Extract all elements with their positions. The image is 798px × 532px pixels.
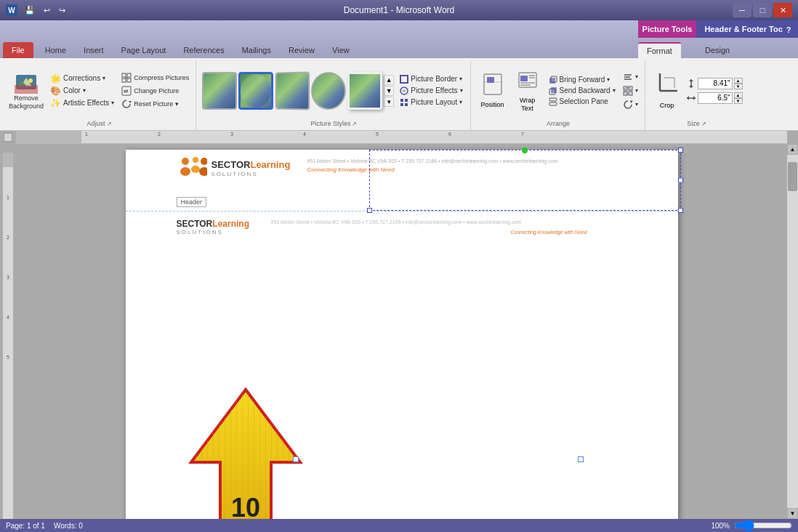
ruler-mark-7: 7 — [521, 132, 524, 137]
remove-background-button[interactable]: RemoveBackground — [7, 69, 45, 112]
zoom-slider[interactable] — [734, 522, 792, 529]
tab-mailings[interactable]: Mailings — [233, 42, 280, 58]
height-spin-down[interactable]: ▼ — [734, 84, 743, 89]
color-button[interactable]: 🎨 Color ▾ — [48, 85, 116, 97]
help-button[interactable]: ? — [782, 23, 795, 36]
tab-format[interactable]: Format — [638, 42, 681, 58]
tab-home[interactable]: Home — [36, 42, 75, 58]
width-input[interactable] — [698, 92, 733, 104]
document-viewport[interactable]: Header SECTORLearni — [16, 144, 787, 519]
size-group-label: Size ↗ — [651, 118, 743, 130]
handle-rotate — [522, 148, 528, 153]
crop-button[interactable]: Crop — [651, 69, 683, 112]
pic-scroll-up[interactable]: ▲ — [384, 75, 394, 85]
vertical-scrollbar[interactable]: ▲ ▼ — [787, 144, 798, 519]
select-all-button[interactable] — [4, 133, 12, 142]
svg-rect-19 — [405, 103, 408, 106]
tab-design[interactable]: Design — [696, 42, 738, 58]
height-spin-up[interactable]: ▲ — [734, 78, 743, 84]
header-contact-text: 951 Alston Street • Victoria BC V9A 3S5 … — [307, 158, 664, 164]
pic-style-1[interactable] — [202, 72, 237, 110]
bring-forward-label: Bring Forward — [560, 76, 605, 84]
pic-style-5[interactable] — [347, 72, 382, 110]
rotate-arrow: ▾ — [635, 101, 638, 108]
tab-view[interactable]: View — [323, 42, 358, 58]
position-button[interactable]: Position — [477, 70, 509, 112]
wrap-text-label: WrapText — [520, 97, 535, 113]
pic-scroll-down[interactable]: ▼ — [384, 86, 394, 96]
wrap-text-icon — [517, 68, 538, 96]
wrap-text-button[interactable]: WrapText — [512, 65, 544, 116]
picture-styles-content: ▲ ▼ ▾ Picture Border ▾ Picture Effects ▾ — [202, 63, 465, 118]
handle-bottom-right-obj — [578, 456, 584, 462]
scroll-thumb[interactable] — [788, 162, 797, 191]
width-spin-up[interactable]: ▲ — [734, 92, 743, 98]
tab-review[interactable]: Review — [280, 42, 323, 58]
maximize-button[interactable]: □ — [753, 3, 772, 17]
pic-style-3[interactable] — [275, 71, 310, 110]
picture-styles-expand[interactable]: ↗ — [352, 121, 357, 127]
compress-change-buttons: Compress Pictures ⇄ Change Picture Reset… — [119, 72, 191, 110]
send-backward-button[interactable]: Send Backward ▾ — [547, 86, 618, 96]
tab-insert[interactable]: Insert — [75, 42, 113, 58]
body-contact: 951 Alston Street • Victoria BC V9A 3S5 … — [271, 219, 664, 225]
size-group-expand[interactable]: ↗ — [701, 121, 706, 127]
color-icon: 🎨 — [50, 86, 61, 96]
width-spin-down[interactable]: ▼ — [734, 98, 743, 104]
picture-border-button[interactable]: Picture Border ▾ — [397, 74, 465, 84]
svg-rect-14 — [400, 76, 408, 83]
pic-style-2[interactable] — [238, 72, 273, 110]
tab-references[interactable]: References — [174, 42, 233, 58]
compress-pictures-button[interactable]: Compress Pictures — [119, 72, 191, 84]
align-button[interactable]: ▾ — [621, 71, 640, 83]
group-button[interactable]: ▾ — [621, 85, 640, 97]
tab-page-layout[interactable]: Page Layout — [113, 42, 175, 58]
crop-label: Crop — [660, 102, 674, 109]
change-picture-label: Change Picture — [134, 87, 179, 94]
v-ruler-2: 2 — [7, 235, 9, 240]
scroll-down-button[interactable]: ▼ — [787, 508, 798, 519]
header-logo: SECTORLearning SOLUTIONS — [177, 156, 291, 182]
artistic-effects-button[interactable]: ✨ Artistic Effects ▾ — [48, 97, 116, 109]
change-picture-button[interactable]: ⇄ Change Picture — [119, 85, 191, 97]
undo-qa-button[interactable]: ↩ — [41, 4, 53, 17]
svg-marker-44 — [630, 100, 633, 103]
pic-style-4[interactable] — [311, 72, 346, 110]
close-button[interactable]: ✕ — [773, 3, 792, 17]
v-ruler-1: 1 — [7, 195, 9, 200]
picture-border-label: Picture Border — [411, 75, 457, 83]
ruler-mark-4: 4 — [303, 132, 306, 137]
ruler-mark-1: 1 — [85, 132, 88, 137]
minimize-button[interactable]: ─ — [733, 3, 751, 17]
bring-forward-button[interactable]: Bring Forward ▾ — [547, 75, 618, 85]
arrow-shape[interactable]: 10 — [184, 382, 307, 519]
redo-qa-button[interactable]: ↪ — [56, 4, 68, 17]
handle-bot-right — [678, 208, 683, 213]
ruler-mark-6: 6 — [448, 132, 451, 137]
picture-effects-button[interactable]: Picture Effects ▾ — [397, 86, 465, 96]
pic-scroll-more[interactable]: ▾ — [384, 97, 394, 107]
reset-picture-button[interactable]: Reset Picture ▾ — [119, 98, 191, 110]
ribbon-group-adjust: RemoveBackground 🌟 Corrections ▾ 🎨 Color… — [3, 61, 196, 130]
svg-marker-53 — [687, 96, 689, 100]
selection-pane-label: Selection Pane — [560, 97, 608, 105]
picture-layout-buttons: Picture Border ▾ Picture Effects ▾ Pictu… — [397, 74, 465, 108]
corrections-button[interactable]: 🌟 Corrections ▾ — [48, 73, 116, 84]
adjust-group-label: Adjust ↗ — [7, 118, 191, 130]
status-right: 100% — [711, 522, 792, 530]
compress-icon — [121, 73, 132, 83]
selection-pane-button[interactable]: Selection Pane — [547, 97, 618, 107]
save-qa-button[interactable]: 💾 — [22, 4, 38, 17]
adjust-group-expand[interactable]: ↗ — [107, 121, 112, 127]
title-bar: W 💾 ↩ ↪ Document1 - Microsoft Word ─ □ ✕ — [0, 0, 798, 20]
tab-file[interactable]: File — [3, 42, 33, 58]
selection-pane-icon — [549, 97, 557, 106]
svg-point-55 — [182, 158, 189, 165]
rotate-button[interactable]: ▾ — [621, 99, 640, 110]
height-input[interactable] — [698, 78, 733, 89]
svg-rect-7 — [122, 78, 126, 82]
picture-layout-button[interactable]: Picture Layout ▾ — [397, 97, 465, 108]
scroll-up-button[interactable]: ▲ — [787, 144, 798, 155]
window-title: Document1 - Microsoft Word — [344, 5, 455, 15]
svg-rect-35 — [549, 102, 557, 105]
